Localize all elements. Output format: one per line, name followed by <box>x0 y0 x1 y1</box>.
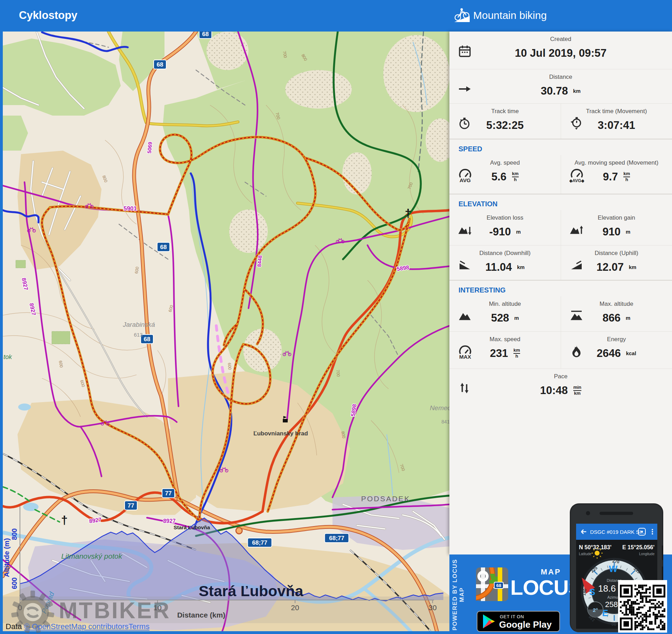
svg-text:MAX: MAX <box>459 354 471 360</box>
map-label: PODSADEK <box>361 495 411 503</box>
wayside-cross-icon: † <box>61 513 68 526</box>
stat-track-times: Track time 5:32:25 Track time (Movement) <box>449 104 672 139</box>
pace-value: 10:48 <box>540 384 568 397</box>
map-label: 8927 <box>163 518 176 524</box>
stats-panel: Created 10 Jul 2019, 09:57 Distance <box>449 32 672 554</box>
svg-text:68: 68 <box>496 583 501 588</box>
stat-downhill-uphill: Distance (Downhill) 11.04 km Distance (U… <box>449 246 672 281</box>
powered-by-text: POWERED BY LOCUS MAP <box>451 558 461 632</box>
track-time-value: 5:32:25 <box>486 119 524 131</box>
energy-value: 2646 <box>597 347 621 359</box>
latitude-label: Latitude <box>579 552 592 556</box>
map-label: 600 <box>227 363 232 370</box>
map-label: Ľubovniansky hrad <box>253 430 308 437</box>
distance-downhill-value: 11.04 <box>485 261 512 273</box>
map-label: 5069 <box>146 142 153 154</box>
export-image: Cyklostopy Mountain biking <box>0 0 672 634</box>
compass-azimuth-value: 258 <box>605 600 618 609</box>
speedometer-max-icon: MAX <box>458 344 472 360</box>
svg-text:AVG: AVG <box>460 177 471 183</box>
section-elevation: ELEVATION <box>449 194 672 210</box>
road-shield-number: 68 <box>202 32 209 37</box>
downhill-icon <box>458 258 472 272</box>
max-altitude-icon <box>569 309 583 323</box>
avg-speed-value: 5.6 <box>491 171 506 183</box>
y-axis-title: Altitude (m) <box>3 538 10 577</box>
map-svg: †† 68686868777768;7768;77 59018927892789… <box>3 32 449 631</box>
map-label: Nemecká <box>430 404 449 412</box>
road-shield-number: 68;77 <box>252 539 267 546</box>
created-value: 10 Jul 2019, 09:57 <box>515 47 607 59</box>
calendar-icon <box>458 44 472 58</box>
elevation-gain-icon <box>569 223 583 237</box>
map-canvas[interactable]: †† 68686868777768;7768;77 59018927892789… <box>3 32 449 631</box>
track-title: Cyklostopy <box>19 9 77 22</box>
track-time-movement-value: 3:07:41 <box>598 119 635 131</box>
longitude-value: E 15°25.056' <box>622 544 654 550</box>
avg-moving-speed-value: 9.7 <box>603 171 618 183</box>
latitude-value: N 50°32.183' <box>579 544 611 550</box>
stat-elevation: Elevation loss -910 m Elevation gain <box>449 210 672 246</box>
compass-cardinal: W <box>609 564 618 574</box>
locus-logo-map-text: MAP <box>541 567 561 577</box>
map-label: Litmanovský potok <box>61 552 122 560</box>
play-triangle-icon <box>482 614 496 629</box>
map-label: 8448 <box>256 255 263 267</box>
stat-maxspeed-energy: Max. speed MAX 231 kmh Energy <box>449 332 672 369</box>
map-label: 700 <box>335 370 341 377</box>
distance-value: 30.78 <box>541 85 568 97</box>
qr-code <box>618 580 667 633</box>
compass-cardinal: S <box>589 587 595 597</box>
terms-link[interactable]: Terms <box>128 622 149 631</box>
uphill-icon <box>569 258 583 272</box>
svg-text:2°: 2° <box>593 607 598 613</box>
activity-type-title: Mountain biking <box>473 9 547 21</box>
compass-degree: 180 <box>582 588 588 596</box>
arrow-right-icon <box>458 82 472 96</box>
timer-icon <box>458 116 471 130</box>
max-speed-value: 231 <box>490 347 508 359</box>
road-shield-number: 68 <box>144 336 150 343</box>
phone-app-bar-title: DSGC #019 DARK SI... <box>590 529 645 535</box>
distance-uphill-value: 12.07 <box>596 261 624 273</box>
map-label: tok <box>4 353 12 360</box>
road-shield-number: 68 <box>160 244 167 250</box>
map-label: 841 <box>441 419 449 425</box>
section-speed: SPEED <box>449 139 672 155</box>
attribution-prefix: Data <box>6 622 24 631</box>
road-shield-number: 68;77 <box>329 535 344 542</box>
pace-icon <box>458 381 471 395</box>
elevation-gain-value: 910 <box>602 226 621 238</box>
map-label: Stará Ľubovňa <box>174 524 210 530</box>
speedometer-avg-icon: AVG <box>458 168 472 184</box>
min-altitude-icon <box>458 309 472 323</box>
elevation-loss-icon <box>458 223 472 237</box>
osm-contributors-link[interactable]: © OpenStreetMap contributors <box>24 622 129 631</box>
max-altitude-value: 866 <box>602 312 621 324</box>
castle-icon <box>283 419 288 422</box>
timer-movement-icon <box>569 116 583 130</box>
wayside-cross-icon: † <box>405 206 412 220</box>
map-label: Jarabinská <box>122 321 155 328</box>
y-axis-tick: 800 <box>10 528 18 540</box>
top-header-bar: Cyklostopy Mountain biking <box>0 0 672 32</box>
compass-degree: 270 <box>612 559 620 565</box>
road-shield-number: 77 <box>128 502 134 509</box>
road-shield-number: 77 <box>165 490 172 497</box>
google-play-badge[interactable]: GET IT ON Google Play <box>477 611 560 632</box>
svg-text:◆AVG◆: ◆AVG◆ <box>569 178 584 183</box>
road-shield-number: 68 <box>157 61 163 68</box>
section-interesting: INTERESTING <box>449 281 672 296</box>
map-attribution: Data © OpenStreetMap contributorsTerms <box>6 622 149 631</box>
pitch-indicator: 2° <box>588 602 603 617</box>
stat-created: Created 10 Jul 2019, 09:57 <box>449 32 672 69</box>
min-altitude-value: 528 <box>491 312 509 324</box>
mountain-biking-icon <box>454 8 471 23</box>
locus-app-icon[interactable]: 68 <box>476 567 508 601</box>
stat-distance: Distance 30.78 km <box>449 69 672 104</box>
stat-altitudes: Min. altitude 528 m Max. altitude 866 <box>449 296 672 332</box>
compass-degree: 90 <box>611 622 616 627</box>
y-axis-tick: 600 <box>10 577 18 589</box>
map-label: 613 <box>134 332 142 338</box>
speedometer-avg-moving-icon: ◆AVG◆ <box>569 168 584 184</box>
